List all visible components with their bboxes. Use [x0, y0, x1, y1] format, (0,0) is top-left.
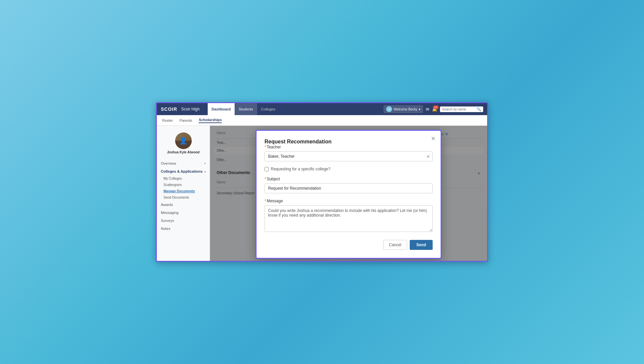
college-checkbox-label[interactable]: Requesting for a specific college? — [265, 167, 433, 171]
app-window: SCOIR Scoir High Dashboard Students Coll… — [156, 102, 488, 262]
sidebar-item-notes[interactable]: Notes — [157, 225, 210, 233]
subject-input[interactable] — [265, 183, 433, 193]
send-button[interactable]: Send — [410, 240, 433, 250]
sidebar-item-overview[interactable]: Overview ▾ — [157, 159, 210, 167]
message-textarea[interactable]: Could you write Joshua a recommendation … — [265, 205, 433, 232]
school-name: Scoir High — [181, 107, 199, 111]
message-field-group: *Message Could you write Joshua a recomm… — [265, 199, 433, 233]
search-box[interactable]: 🔍 — [440, 106, 483, 112]
avatar: B — [386, 106, 392, 112]
modal-close-button[interactable]: ✕ — [431, 136, 435, 141]
student-profile: 👤 Joshua Kyle Atwood — [157, 130, 210, 157]
top-nav: SCOIR Scoir High Dashboard Students Coll… — [157, 103, 487, 115]
nav-tabs: Dashboard Students Colleges — [208, 103, 279, 115]
teacher-field-group: *Teacher ✕ — [265, 145, 433, 161]
message-label: *Message — [265, 199, 433, 203]
chevron-down-icon: ▾ — [204, 162, 206, 165]
subject-label: *Subject — [265, 177, 433, 181]
search-input[interactable] — [442, 107, 475, 111]
nav-tab-colleges[interactable]: Colleges — [257, 103, 279, 115]
search-icon: 🔍 — [477, 107, 481, 111]
content-area: Name Coun... Request / Add + Teac... For… — [210, 126, 487, 262]
main-layout: 👤 Joshua Kyle Atwood Overview ▾ Colleges… — [157, 126, 487, 262]
avatar: 👤 — [175, 132, 192, 149]
modal-title: Request Recommendation — [265, 139, 332, 144]
college-checkbox[interactable] — [265, 167, 269, 171]
chevron-down-icon: ▾ — [419, 107, 420, 111]
nav-right: B Welcome Becky ▾ ✉ 🔔 21 🔍 — [383, 105, 483, 113]
subject-field-group: *Subject — [265, 177, 433, 193]
college-checkbox-group: Requesting for a specific college? — [265, 167, 433, 171]
sidebar: 👤 Joshua Kyle Atwood Overview ▾ Colleges… — [157, 126, 210, 262]
sub-nav-roster[interactable]: Roster — [162, 118, 173, 122]
sidebar-subitem-manage-documents[interactable]: Manage Documents — [157, 188, 210, 194]
modal-dialog: Request Recommendation ✕ *Teacher ✕ — [256, 130, 442, 259]
notification-badge: 21 — [433, 105, 439, 109]
student-name: Joshua Kyle Atwood — [167, 150, 200, 154]
sidebar-subitem-send-documents[interactable]: Send Documents — [157, 194, 210, 201]
chevron-up-icon: ▴ — [204, 170, 206, 173]
sub-nav-scholarships[interactable]: Scholarships — [199, 118, 222, 123]
modal-overlay: Request Recommendation ✕ *Teacher ✕ — [210, 126, 487, 262]
welcome-button[interactable]: B Welcome Becky ▾ — [383, 105, 423, 113]
sidebar-item-awards[interactable]: Awards — [157, 201, 210, 209]
sub-nav: Roster Parents Scholarships — [157, 115, 487, 126]
teacher-input[interactable] — [265, 151, 433, 161]
sidebar-item-colleges-apps[interactable]: Colleges & Applications ▴ — [157, 167, 210, 175]
cancel-button[interactable]: Cancel — [383, 240, 407, 250]
sidebar-item-messaging[interactable]: Messaging — [157, 209, 210, 217]
modal-footer: Cancel Send — [265, 240, 433, 250]
sidebar-item-surveys[interactable]: Surveys — [157, 217, 210, 225]
clear-teacher-button[interactable]: ✕ — [426, 154, 430, 159]
nav-tab-dashboard[interactable]: Dashboard — [208, 103, 235, 115]
nav-tab-students[interactable]: Students — [235, 103, 257, 115]
sidebar-subitem-my-colleges[interactable]: My Colleges — [157, 175, 210, 182]
app-logo: SCOIR — [161, 106, 177, 112]
teacher-label: *Teacher — [265, 145, 433, 149]
messages-icon[interactable]: ✉ — [426, 107, 429, 112]
sidebar-subitem-scattergram[interactable]: Scattergram — [157, 182, 210, 188]
teacher-input-wrapper: ✕ — [265, 151, 433, 161]
sub-nav-parents[interactable]: Parents — [179, 118, 192, 122]
notifications-icon[interactable]: 🔔 21 — [432, 107, 437, 112]
